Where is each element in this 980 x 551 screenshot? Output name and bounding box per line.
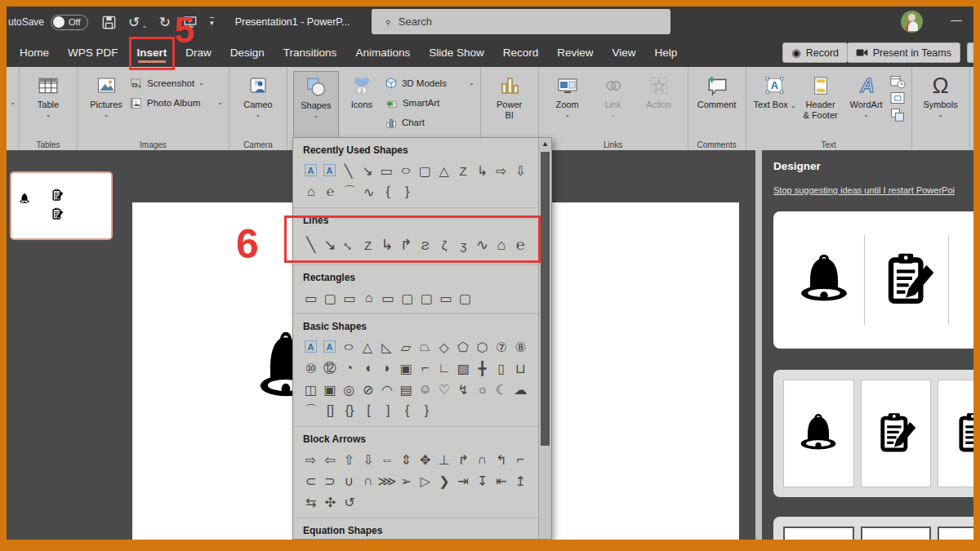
shape-diagonal-stripe[interactable]: ▨	[454, 358, 473, 379]
save-icon[interactable]	[101, 15, 117, 30]
shape-isosceles-triangle[interactable]: △	[434, 160, 453, 181]
shape-rectangle[interactable]: ▭	[301, 287, 321, 309]
slide-number-icon[interactable]	[889, 91, 906, 104]
shape-up-arrow-callout[interactable]: ↥	[511, 470, 530, 491]
date-time-icon[interactable]	[889, 74, 906, 89]
shape-snip-diagonal-corner-rectangle[interactable]: ▭	[378, 287, 398, 309]
shape-left-brace[interactable]: {	[398, 400, 417, 421]
slide-thumbnail-1[interactable]	[10, 171, 113, 240]
shape-down-arrow[interactable]: ⇩	[511, 160, 530, 181]
zoom-button[interactable]: Zoom ⌄	[545, 71, 590, 118]
shape-can[interactable]: ⊔	[511, 358, 530, 379]
shape-right-brace[interactable]: }	[417, 400, 437, 421]
object-icon[interactable]	[889, 107, 906, 122]
screenshot-button[interactable]: Screenshot⌄	[129, 75, 223, 91]
shape-heptagon[interactable]: ⑦	[492, 336, 510, 358]
shape-no-symbol[interactable]: ⊘	[359, 379, 377, 400]
shape-left-brace[interactable]: {	[378, 181, 398, 202]
comment-button[interactable]: Comment	[694, 71, 740, 110]
design-suggestion-3[interactable]	[773, 517, 973, 540]
tab-animations[interactable]: Animations	[350, 39, 415, 66]
shape-octagon[interactable]: ⑧	[511, 336, 530, 358]
design-suggestion-2[interactable]	[773, 370, 973, 497]
autosave-toggle[interactable]: Off	[51, 15, 88, 30]
shape-down-arrow-callout[interactable]: ↧	[473, 470, 492, 491]
wordart-button[interactable]: A WordArt ⌄	[844, 71, 889, 118]
tab-wps-pdf[interactable]: WPS PDF	[63, 39, 123, 66]
tab-slide-show[interactable]: Slide Show	[424, 39, 489, 66]
scrollbar-thumb[interactable]	[541, 152, 550, 446]
text-box-button[interactable]: A Text Box ⌄	[752, 71, 798, 110]
shape-up-arrow[interactable]: ⇧	[340, 449, 359, 470]
minimize-button[interactable]: —	[951, 13, 962, 26]
stop-suggesting-link[interactable]: Stop suggesting ideas until I restart Po…	[773, 185, 973, 195]
undo-button[interactable]: ↺⌄	[128, 16, 148, 29]
shape-pie[interactable]: ◔	[340, 358, 359, 379]
3d-models-button[interactable]: 3D Models ⌄	[385, 75, 474, 91]
record-button[interactable]: ◉ Record	[782, 42, 848, 63]
shape-dodecagon[interactable]: ⑫	[320, 358, 339, 379]
menu-scrollbar[interactable]: ▲	[538, 138, 551, 539]
shape-double-bracket[interactable]: []	[321, 400, 341, 421]
shape-sun[interactable]: ☼	[473, 379, 492, 400]
icons-button[interactable]: Icons	[339, 71, 385, 110]
shape-smiley-face[interactable]: ☺	[416, 379, 434, 400]
shape-donut[interactable]: ◎	[340, 379, 359, 400]
pictures-button[interactable]: Pictures ⌄	[83, 71, 129, 118]
user-avatar[interactable]	[901, 11, 923, 33]
cameo-button[interactable]: P Cameo ⌄	[235, 71, 281, 118]
shape-bevel[interactable]: ▣	[320, 379, 339, 400]
shape-round-single-corner-rectangle[interactable]: ▢	[417, 287, 437, 309]
tab-home[interactable]: Home	[15, 39, 54, 66]
shape-cube[interactable]: ◫	[301, 379, 320, 400]
shape-freeform[interactable]: ⌂	[301, 181, 321, 202]
shape-bent-arrow[interactable]: ↱	[454, 449, 473, 470]
shape-left-right-up-arrow[interactable]: ⊥	[434, 449, 453, 470]
tab-review[interactable]: Review	[552, 39, 598, 66]
shape-scribble[interactable]: ℮	[321, 181, 341, 202]
shape-trapezoid[interactable]: ⏢	[416, 336, 434, 358]
shape-oval[interactable]: ○	[335, 336, 362, 358]
shape-chevron-arrow[interactable]: ❯	[434, 470, 453, 491]
shape-quad-arrow[interactable]: ✥	[416, 449, 434, 470]
shape-notched-right-arrow[interactable]: ➢	[397, 470, 416, 491]
shape-cloud[interactable]: ☁	[511, 379, 530, 400]
vertical-scrollbar[interactable]	[755, 150, 762, 540]
shape-curved-down-arrow[interactable]: ∩	[359, 470, 377, 491]
shape-right-brace[interactable]: }	[398, 181, 417, 202]
shape-double-brace[interactable]: {}	[340, 400, 359, 421]
shape-vertical-text-box[interactable]: A	[323, 164, 336, 176]
symbols-button[interactable]: Ω Symbols ⌄	[918, 71, 964, 118]
shape-cross[interactable]: ╋	[473, 358, 492, 379]
scroll-up-icon[interactable]: ▲	[539, 140, 551, 148]
customize-toolbar-icon[interactable]: ▾	[210, 17, 214, 27]
shape-l-shape[interactable]: ∟	[434, 358, 453, 379]
shape-right-arrow-callout[interactable]: ⇥	[454, 470, 473, 491]
shape-chord[interactable]: ◖	[359, 358, 377, 379]
shape-bent-up-arrow[interactable]: ⌐	[511, 449, 530, 470]
shape-round-same-side-corner-rectangle[interactable]: ▭	[436, 287, 456, 309]
power-bi-button[interactable]: Power BI	[487, 71, 532, 121]
shape-left-right-arrow-callout[interactable]: ⇆	[301, 491, 321, 513]
shape-teardrop[interactable]: ◗	[377, 358, 396, 379]
shape-hexagon[interactable]: ⬡	[473, 336, 492, 358]
present-in-teams-button[interactable]: Present in Teams	[847, 42, 960, 63]
shape-up-down-arrow[interactable]: ⇕	[397, 449, 416, 470]
shape-quad-arrow-callout[interactable]: ✣	[321, 491, 341, 513]
shape-folded-corner[interactable]: ▤	[397, 379, 416, 400]
shape-elbow-arrow-connector[interactable]: ↳	[473, 160, 492, 181]
shape-text-box[interactable]: A	[305, 340, 317, 353]
shape-vertical-text-box[interactable]: A	[323, 340, 336, 353]
shape-half-frame[interactable]: ⌐	[416, 358, 434, 379]
shape-left-arrow[interactable]: ⇦	[320, 449, 339, 470]
shape-decagon[interactable]: ⑩	[301, 358, 320, 379]
shape-right-arrow[interactable]: ⇨	[492, 160, 510, 181]
smartart-button[interactable]: SmartArt	[385, 95, 474, 111]
shape-curved-up-arrow[interactable]: ∪	[340, 470, 359, 491]
table-button[interactable]: Table ⌄	[25, 71, 71, 118]
photo-album-button[interactable]: Photo Album ⌄	[129, 95, 223, 111]
tab-transitions[interactable]: Transitions	[278, 39, 342, 66]
shape-left-right-arrow[interactable]: ⇔	[377, 449, 396, 470]
shape-heart[interactable]: ♡	[434, 379, 453, 400]
shape-line-arrow[interactable]: ↘	[358, 160, 376, 181]
